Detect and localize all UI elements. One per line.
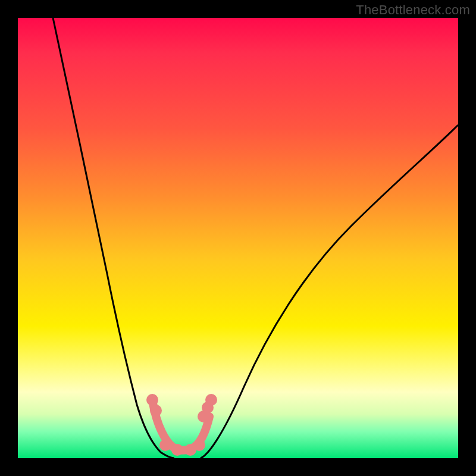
trough-marker [150,405,162,416]
plot-area [18,18,458,458]
curve-left-descent [53,18,174,458]
trough-marker [193,439,205,451]
trough-marker [146,394,158,406]
curves-svg [18,18,458,458]
watermark-text: TheBottleneck.com [356,2,470,18]
trough-marker [159,439,171,451]
curve-right-ascent [201,125,458,458]
trough-marker [205,394,217,406]
trough-marker [171,444,183,456]
